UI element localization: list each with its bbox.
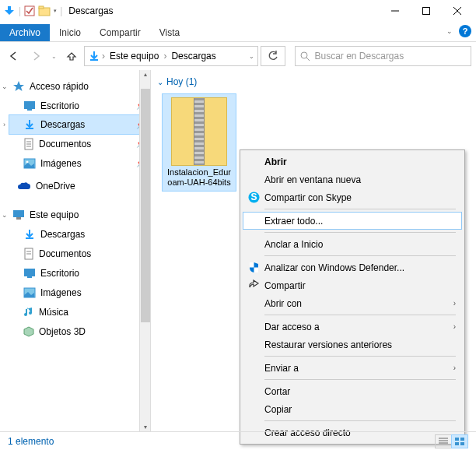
ctx-extraer-todo[interactable]: Extraer todo... xyxy=(243,212,462,230)
nav-item-imagenes[interactable]: Imágenes 📌 xyxy=(9,153,149,173)
tab-archivo[interactable]: Archivo xyxy=(0,24,50,41)
nav-pc-documentos[interactable]: Documentos xyxy=(9,244,149,263)
nav-label: Imágenes xyxy=(40,287,145,298)
ctx-defender[interactable]: Analizar con Windows Defender... xyxy=(243,258,462,276)
nav-up-button[interactable] xyxy=(62,47,81,65)
help-icon[interactable]: ? xyxy=(459,25,471,37)
ctx-compartir[interactable]: Compartir xyxy=(243,276,462,294)
ctx-abrir-ventana[interactable]: Abrir en ventana nueva xyxy=(243,171,462,188)
context-menu: Abrir Abrir en ventana nueva S Compartir… xyxy=(240,149,465,445)
svg-rect-0 xyxy=(25,6,34,16)
nav-pc-musica[interactable]: Música xyxy=(9,302,149,322)
close-button[interactable] xyxy=(442,0,473,22)
nav-item-descargas[interactable]: › Descargas 📌 xyxy=(9,114,149,135)
defender-icon xyxy=(247,262,260,274)
breadcrumb-item[interactable]: Descargas xyxy=(168,51,219,62)
ctx-compartir-skype[interactable]: S Compartir con Skype xyxy=(243,188,462,206)
svg-rect-35 xyxy=(455,438,459,441)
nav-pc-descargas[interactable]: Descargas xyxy=(9,224,149,244)
nav-recent-dropdown[interactable]: ⌄ xyxy=(48,47,59,65)
view-details-button[interactable] xyxy=(435,434,452,448)
nav-this-pc[interactable]: ⌄ Este equipo xyxy=(9,205,149,224)
view-icons-button[interactable] xyxy=(451,434,468,448)
nav-item-escritorio[interactable]: Escritorio 📌 xyxy=(9,96,149,115)
tab-compartir[interactable]: Compartir xyxy=(90,24,150,41)
svg-rect-4 xyxy=(423,8,430,15)
monitor-icon xyxy=(12,209,25,220)
nav-pc-imagenes[interactable]: Imágenes xyxy=(9,283,149,302)
status-bar: 1 elemento xyxy=(0,431,476,450)
ctx-anclar-inicio[interactable]: Anclar a Inicio xyxy=(243,235,462,253)
nav-label: Documentos xyxy=(39,139,131,149)
ctx-separator xyxy=(264,255,456,256)
downloads-icon xyxy=(23,118,36,131)
breadcrumb-item[interactable]: Este equipo xyxy=(107,51,162,62)
ctx-separator xyxy=(264,420,456,421)
svg-rect-11 xyxy=(27,109,32,111)
navpane-scrollbar[interactable]: ▴ ▾ xyxy=(139,70,150,431)
search-input[interactable]: Buscar en Descargas xyxy=(295,46,472,66)
file-item[interactable]: Instalacion_Eduroam-UAH-64bits xyxy=(162,93,236,192)
nav-back-button[interactable] xyxy=(5,47,23,65)
nav-item-documentos[interactable]: Documentos 📌 xyxy=(9,134,149,153)
skype-icon: S xyxy=(247,192,260,204)
ctx-abrir-con[interactable]: Abrir con› xyxy=(243,294,462,312)
nav-label: Descargas xyxy=(40,119,131,130)
pictures-icon xyxy=(23,158,36,169)
chevron-down-icon[interactable]: ⌄ xyxy=(157,78,163,86)
svg-line-9 xyxy=(306,58,310,61)
ctx-separator xyxy=(264,315,456,315)
tab-inicio[interactable]: Inicio xyxy=(50,24,90,41)
zip-icon xyxy=(171,97,227,166)
window-title: Descargas xyxy=(68,5,113,16)
chevron-right-icon[interactable]: › xyxy=(162,51,168,62)
chevron-down-icon[interactable]: ⌄ xyxy=(2,83,8,90)
qat-dropdown[interactable]: ▾ xyxy=(54,8,57,14)
svg-point-8 xyxy=(301,52,307,58)
nav-label: Este equipo xyxy=(30,209,145,220)
chevron-right-icon: › xyxy=(453,364,456,372)
music-icon xyxy=(23,306,34,318)
ctx-restaurar-versiones[interactable]: Restaurar versiones anteriores xyxy=(243,336,462,353)
address-dropdown-icon[interactable]: ⌄ xyxy=(249,53,254,60)
qat-checkbox-icon[interactable] xyxy=(24,5,35,16)
ribbon-expand-icon[interactable]: ⌄ xyxy=(446,27,453,35)
nav-label: Descargas xyxy=(40,229,145,240)
svg-rect-10 xyxy=(24,101,35,109)
search-icon xyxy=(300,51,310,62)
nav-pc-objetos3d[interactable]: Objetos 3D xyxy=(9,322,149,341)
chevron-right-icon[interactable]: › xyxy=(100,51,107,62)
qat-folder-icon[interactable] xyxy=(38,5,51,16)
maximize-button[interactable] xyxy=(411,0,442,22)
svg-rect-2 xyxy=(39,6,44,9)
nav-forward-button[interactable] xyxy=(26,47,45,65)
nav-pc-escritorio[interactable]: Escritorio xyxy=(9,263,149,283)
refresh-button[interactable] xyxy=(261,46,285,66)
search-placeholder: Buscar en Descargas xyxy=(315,51,404,62)
ctx-dar-acceso[interactable]: Dar acceso a› xyxy=(243,318,462,336)
ctx-enviar-a[interactable]: Enviar a› xyxy=(243,359,462,377)
address-bar[interactable]: › Este equipo › Descargas ⌄ xyxy=(84,46,258,66)
scrollbar-thumb[interactable] xyxy=(141,89,150,322)
svg-rect-31 xyxy=(254,268,258,273)
objects3d-icon xyxy=(23,326,34,337)
app-icon xyxy=(3,5,16,17)
svg-rect-37 xyxy=(455,442,459,445)
nav-quick-access[interactable]: ⌄ Acceso rápido xyxy=(9,76,149,96)
chevron-right-icon[interactable]: › xyxy=(3,121,5,128)
file-label: Instalacion_Eduroam-UAH-64bits xyxy=(166,167,233,188)
pictures-icon xyxy=(23,287,36,298)
svg-rect-30 xyxy=(250,262,254,268)
tab-vista[interactable]: Vista xyxy=(150,24,189,41)
group-header[interactable]: ⌄ Hoy (1) xyxy=(157,76,465,87)
onedrive-icon xyxy=(17,181,31,191)
ctx-cortar[interactable]: Cortar xyxy=(243,382,462,400)
minimize-button[interactable] xyxy=(380,0,411,22)
chevron-down-icon[interactable]: ⌄ xyxy=(2,211,8,219)
ctx-separator xyxy=(264,209,456,209)
ctx-copiar[interactable]: Copiar xyxy=(243,400,462,418)
ctx-abrir[interactable]: Abrir xyxy=(243,153,462,171)
nav-onedrive[interactable]: OneDrive xyxy=(9,176,149,195)
ctx-separator xyxy=(264,356,456,357)
separator: | xyxy=(60,5,62,16)
